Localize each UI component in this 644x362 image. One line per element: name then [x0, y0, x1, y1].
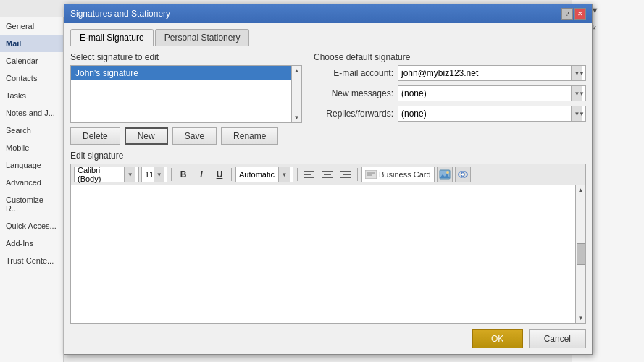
default-sig-label: Choose default signature — [314, 52, 586, 62]
dialog-content: E-mail Signature Personal Stationery Sel… — [64, 23, 592, 354]
email-account-label: E-mail account: — [314, 68, 393, 78]
replies-forwards-arrow: ▼ — [571, 106, 582, 121]
business-card-label: Business Card — [379, 170, 431, 179]
sidebar-item-advanced[interactable]: Advanced — [0, 174, 63, 191]
sig-scroll-down[interactable]: ▼ — [578, 315, 584, 323]
toolbar-separator-2 — [231, 168, 232, 181]
business-card-icon — [365, 170, 377, 179]
left-panel: Select signature to edit John's signatur… — [70, 52, 302, 145]
sig-scroll-up[interactable]: ▲ — [578, 185, 584, 193]
sidebar-item-quickaccess[interactable]: Quick Acces... — [0, 217, 63, 235]
font-name-wrapper: Calibri (Body) ▼ — [74, 167, 139, 182]
align-left-icon — [304, 169, 315, 180]
sidebar-item-search[interactable]: Search — [0, 122, 63, 139]
align-center-button[interactable] — [319, 167, 335, 182]
tab-email-signature[interactable]: E-mail Signature — [70, 29, 154, 46]
sidebar-item-mail[interactable]: Mail — [0, 35, 63, 52]
bold-button[interactable]: B — [175, 167, 191, 182]
sidebar-item-customize[interactable]: Customize R... — [0, 191, 63, 217]
hyperlink-button[interactable] — [455, 167, 471, 182]
picture-button[interactable] — [437, 167, 453, 182]
scroll-down-arrow[interactable]: ▼ — [294, 114, 300, 122]
replies-forwards-row: Replies/forwards: (none) ▼ — [314, 106, 586, 122]
email-account-row: E-mail account: john@mybiz123.net ▼ — [314, 65, 586, 81]
new-messages-label: New messages: — [314, 88, 393, 98]
dialog-title: Signatures and Stationery — [70, 9, 170, 19]
toolbar-separator-3 — [297, 168, 298, 181]
right-panel: Choose default signature E-mail account:… — [314, 52, 586, 145]
scroll-up-arrow[interactable]: ▲ — [294, 66, 300, 74]
sig-scroll-thumb[interactable] — [577, 243, 585, 265]
select-sig-label: Select signature to edit — [70, 52, 302, 62]
align-left-button[interactable] — [301, 167, 317, 182]
signature-list[interactable]: John's signature ▲ ▼ — [70, 65, 302, 123]
signature-list-item[interactable]: John's signature — [71, 66, 301, 80]
color-arrow: ▼ — [278, 167, 290, 182]
tab-content-email-signature: Select signature to edit John's signatur… — [70, 52, 586, 324]
sidebar-item-calendar[interactable]: Calendar — [0, 52, 63, 70]
color-select-wrapper: Automatic ▼ — [235, 167, 293, 182]
email-account-select-wrapper: john@mybiz123.net ▼ — [398, 65, 586, 81]
picture-icon — [439, 169, 451, 180]
sig-list-scrollbar[interactable]: ▲ ▼ — [291, 66, 301, 122]
signature-textarea[interactable] — [71, 185, 585, 323]
delete-button[interactable]: Delete — [70, 127, 120, 145]
color-select[interactable]: Automatic ▼ — [235, 167, 293, 182]
toolbar-separator-4 — [357, 168, 358, 181]
svg-point-14 — [446, 171, 449, 174]
close-button[interactable]: ✕ — [574, 8, 586, 20]
email-account-select[interactable]: john@mybiz123.net ▼ — [398, 65, 586, 81]
dialog-controls: ? ✕ — [561, 8, 586, 20]
new-messages-row: New messages: (none) ▼ — [314, 85, 586, 101]
underline-button[interactable]: U — [212, 167, 227, 182]
new-button[interactable]: New — [125, 127, 168, 145]
sidebar-item-language[interactable]: Language — [0, 156, 63, 174]
sidebar-item-trustcenter[interactable]: Trust Cente... — [0, 252, 63, 269]
italic-button[interactable]: I — [193, 167, 209, 182]
sidebar-item-general[interactable]: General — [0, 17, 63, 35]
tab-bar: E-mail Signature Personal Stationery — [70, 29, 586, 46]
align-right-icon — [340, 169, 351, 180]
dialog-titlebar: Signatures and Stationery ? ✕ — [64, 4, 592, 23]
font-name-arrow: ▼ — [124, 167, 135, 182]
sidebar-item-mobile[interactable]: Mobile — [0, 139, 63, 156]
signatures-dialog: Signatures and Stationery ? ✕ E-mail Sig… — [64, 4, 593, 355]
font-size-select[interactable]: 11 ▼ — [141, 167, 167, 182]
cancel-button[interactable]: Cancel — [529, 329, 586, 348]
signature-action-buttons: Delete New Save Rename — [70, 127, 302, 145]
new-messages-select[interactable]: (none) ▼ — [398, 85, 586, 101]
align-center-icon — [322, 169, 333, 180]
save-button[interactable]: Save — [172, 127, 217, 145]
signature-toolbar: Calibri (Body) ▼ 11 ▼ B I U — [70, 164, 586, 185]
rename-button[interactable]: Rename — [221, 127, 278, 145]
sidebar-item-tasks[interactable]: Tasks — [0, 87, 63, 104]
dialog-footer: OK Cancel — [70, 324, 586, 348]
new-messages-arrow: ▼ — [571, 86, 582, 101]
hyperlink-icon — [457, 169, 469, 180]
sidebar-item-addins[interactable]: Add-Ins — [0, 235, 63, 252]
email-account-arrow: ▼ — [571, 66, 582, 80]
replies-forwards-select-wrapper: (none) ▼ — [398, 106, 586, 122]
sig-edit-scrollbar[interactable]: ▲ ▼ — [575, 185, 585, 323]
toolbar-separator-1 — [171, 168, 172, 181]
replies-forwards-select[interactable]: (none) ▼ — [398, 106, 586, 122]
outlook-sidebar: General Mail Calendar Contacts Tasks Not… — [0, 17, 64, 362]
sidebar-item-contacts[interactable]: Contacts — [0, 70, 63, 87]
svg-rect-9 — [365, 170, 377, 179]
new-messages-select-wrapper: (none) ▼ — [398, 85, 586, 101]
align-right-button[interactable] — [338, 167, 354, 182]
font-name-select[interactable]: Calibri (Body) ▼ — [74, 167, 139, 182]
font-size-arrow: ▼ — [154, 167, 164, 182]
ok-button[interactable]: OK — [472, 329, 523, 348]
sidebar-item-notes[interactable]: Notes and J... — [0, 104, 63, 122]
signature-edit-area: ▲ ▼ — [70, 185, 586, 324]
business-card-button[interactable]: Business Card — [361, 167, 435, 182]
font-size-wrapper: 11 ▼ — [141, 167, 167, 182]
top-section: Select signature to edit John's signatur… — [70, 52, 586, 145]
replies-forwards-label: Replies/forwards: — [314, 109, 393, 119]
tab-personal-stationery[interactable]: Personal Stationery — [155, 29, 250, 46]
edit-sig-section-label: Edit signature — [70, 151, 586, 161]
help-button[interactable]: ? — [561, 8, 573, 20]
